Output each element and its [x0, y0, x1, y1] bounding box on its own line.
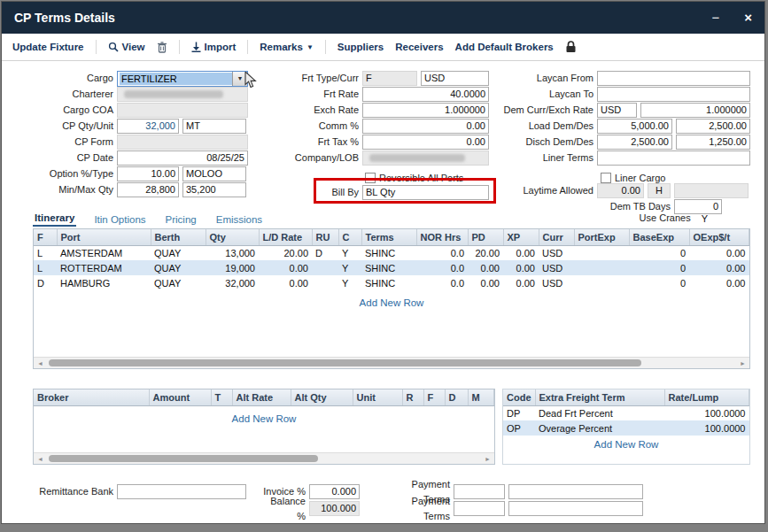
table-cell[interactable]: 0.00	[259, 260, 312, 275]
liner-cargo-checkbox[interactable]	[601, 173, 611, 183]
scrollbar-track[interactable]	[47, 453, 481, 464]
table-cell[interactable]: 0.00	[468, 260, 503, 275]
cp-qty-field[interactable]: 32,000	[117, 119, 179, 134]
dropdown-arrow-icon[interactable]: ▼	[232, 72, 247, 86]
broker-horizontal-scrollbar[interactable]: ◄ ►	[34, 452, 494, 464]
table-cell[interactable]: Dead Frt Percent	[535, 405, 664, 420]
laytime-extra-field[interactable]	[674, 183, 749, 198]
remarks-menu-button[interactable]: Remarks ▼	[260, 42, 314, 52]
table-cell[interactable]: 0.0	[416, 275, 468, 290]
comm-pct-field[interactable]: 0.00	[362, 119, 489, 134]
option-type-field[interactable]: MOLOO	[182, 166, 246, 181]
reversible-all-ports-checkbox[interactable]	[365, 173, 376, 183]
scroll-right-icon[interactable]: ►	[481, 456, 494, 462]
cargo-coa-field[interactable]	[117, 103, 248, 118]
load-des-field[interactable]: 2,500.00	[676, 119, 750, 134]
cargo-dropdown[interactable]: FERTILIZER ▼	[117, 71, 248, 87]
laytime-allowed-field[interactable]: 0.00	[597, 183, 644, 198]
table-cell[interactable]: 0.00	[503, 260, 539, 275]
table-cell[interactable]: 0	[629, 260, 689, 275]
laycan-to-field[interactable]	[597, 87, 750, 102]
frt-rate-field[interactable]: 40.0000	[362, 87, 489, 102]
liner-terms-field[interactable]	[597, 150, 750, 166]
table-cell[interactable]: 0.00	[503, 275, 539, 290]
close-icon[interactable]: ×	[744, 2, 752, 34]
table-cell[interactable]: Y	[338, 275, 361, 290]
minimize-icon[interactable]: −	[711, 2, 719, 34]
table-row[interactable]: DPDead Frt Percent100.0000	[503, 405, 749, 420]
table-cell[interactable]: 100.0000	[664, 420, 749, 436]
scrollbar-track[interactable]	[47, 358, 736, 368]
table-row[interactable]: DHAMBURGQUAY32,0000.00YSHINC0.00.000.00U…	[34, 275, 749, 290]
table-cell[interactable]: HAMBURG	[57, 275, 151, 290]
table-cell[interactable]: AMSTERDAM	[57, 245, 151, 260]
table-cell[interactable]: SHINC	[361, 260, 416, 275]
update-fixture-button[interactable]: Update Fixture	[12, 42, 84, 52]
receivers-button[interactable]: Receivers	[395, 42, 443, 52]
table-cell[interactable]: 0	[629, 275, 689, 290]
table-cell[interactable]: L	[34, 245, 57, 260]
table-cell[interactable]: 0.0	[416, 245, 468, 260]
view-button[interactable]: View	[108, 42, 145, 52]
min-qty-field[interactable]: 28,800	[117, 182, 179, 197]
cp-date-field[interactable]: 08/25/25	[117, 150, 248, 166]
disch-dem-field[interactable]: 2,500.00	[597, 135, 672, 150]
load-dem-field[interactable]: 5,000.00	[597, 119, 672, 134]
itinerary-add-new-row-link[interactable]: Add New Row	[34, 297, 749, 308]
payment-terms-desc-field[interactable]	[508, 484, 643, 499]
payment-terms-code-field[interactable]	[454, 484, 505, 499]
table-cell[interactable]: 100.0000	[664, 405, 749, 420]
table-cell[interactable]: USD	[539, 275, 574, 290]
table-cell[interactable]: 0.00	[468, 275, 503, 290]
table-cell[interactable]	[574, 260, 629, 275]
broker-add-new-row-link[interactable]: Add New Row	[34, 413, 494, 424]
table-cell[interactable]: OP	[503, 420, 535, 436]
laycan-from-field[interactable]	[597, 71, 750, 86]
table-cell[interactable]: 13,000	[206, 245, 259, 260]
payment-terms-code-field[interactable]	[454, 501, 505, 516]
table-cell[interactable]: USD	[539, 245, 574, 260]
table-cell[interactable]: 0.00	[503, 245, 539, 260]
table-cell[interactable]: ROTTERDAM	[57, 260, 151, 275]
table-cell[interactable]: 20.00	[468, 245, 503, 260]
lock-button[interactable]	[565, 41, 577, 53]
laytime-unit-field[interactable]: H	[648, 183, 671, 198]
table-cell[interactable]	[574, 275, 629, 290]
table-cell[interactable]: 0.00	[689, 260, 749, 275]
scroll-left-icon[interactable]: ◄	[34, 456, 47, 462]
option-pct-field[interactable]: 10.00	[117, 166, 179, 181]
bill-by-field[interactable]: BL Qty	[362, 185, 489, 200]
dem-curr-field[interactable]: USD	[597, 103, 637, 118]
scrollbar-thumb[interactable]	[49, 359, 641, 366]
table-row[interactable]: OPOverage Percent100.0000	[503, 420, 749, 436]
table-cell[interactable]: DP	[503, 405, 535, 420]
table-cell[interactable]: SHINC	[361, 275, 416, 290]
table-cell[interactable]: D	[34, 275, 57, 290]
table-cell[interactable]: 32,000	[206, 275, 259, 290]
max-qty-field[interactable]: 35,200	[182, 182, 246, 197]
frt-type-field[interactable]: F	[362, 71, 417, 86]
table-cell[interactable]: D	[312, 245, 338, 260]
remittance-bank-field[interactable]	[117, 484, 246, 499]
scroll-left-icon[interactable]: ◄	[34, 360, 47, 366]
table-cell[interactable]: QUAY	[151, 275, 206, 290]
add-default-brokers-button[interactable]: Add Default Brokers	[455, 42, 554, 52]
table-row[interactable]: LAMSTERDAMQUAY13,00020.00DYSHINC0.020.00…	[34, 245, 749, 260]
extra-freight-add-new-row-link[interactable]: Add New Row	[503, 439, 749, 450]
company-lob-field[interactable]	[362, 150, 489, 166]
cp-form-field[interactable]	[117, 135, 248, 150]
balance-pct-field[interactable]: 100.000	[309, 501, 360, 516]
tab-pricing[interactable]: Pricing	[164, 214, 198, 227]
table-cell[interactable]	[312, 260, 338, 275]
table-cell[interactable]: 0.00	[259, 275, 312, 290]
table-cell[interactable]: QUAY	[151, 245, 206, 260]
cp-unit-field[interactable]: MT	[182, 119, 246, 134]
table-cell[interactable]: 0.0	[416, 260, 468, 275]
itinerary-horizontal-scrollbar[interactable]: ◄ ►	[34, 357, 749, 368]
table-cell[interactable]	[574, 245, 629, 260]
table-cell[interactable]: USD	[539, 260, 574, 275]
table-cell[interactable]: Y	[338, 260, 361, 275]
table-cell[interactable]: QUAY	[151, 260, 206, 275]
delete-button[interactable]	[157, 42, 167, 53]
exch-rate-field[interactable]: 1.000000	[362, 103, 489, 118]
